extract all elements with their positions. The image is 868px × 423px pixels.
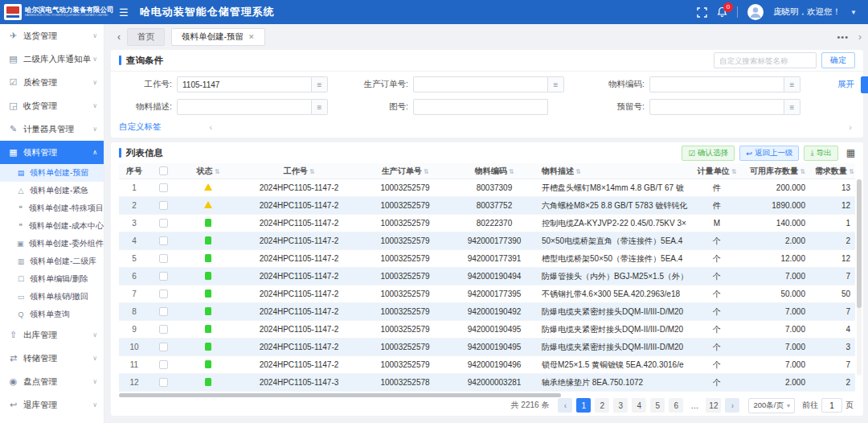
page-number-button[interactable]: 3 bbox=[613, 398, 628, 413]
sort-icon[interactable]: ⇅ bbox=[800, 168, 805, 175]
page-number-button[interactable]: 4 bbox=[632, 398, 646, 413]
page-number-button[interactable]: 12 bbox=[706, 398, 721, 413]
confirm-select-button[interactable]: ☑确认选择 bbox=[682, 146, 735, 161]
next-page-button[interactable]: › bbox=[725, 398, 739, 413]
sort-icon[interactable]: ⇅ bbox=[849, 168, 854, 175]
row-checkbox[interactable] bbox=[159, 290, 168, 298]
filter-icon[interactable]: ≡ bbox=[784, 99, 800, 115]
page-number-button[interactable]: 1 bbox=[576, 398, 591, 413]
row-checkbox[interactable] bbox=[159, 307, 168, 316]
filter-icon[interactable]: ≡ bbox=[548, 76, 564, 92]
table-row[interactable]: 3 2024HPC1105-1147-2 10003252579 8022237… bbox=[119, 215, 855, 232]
sidebar-item[interactable]: ⇧ 出库管理 ∨ bbox=[0, 323, 104, 347]
goto-page-input[interactable] bbox=[821, 398, 842, 413]
sort-icon[interactable]: ⇅ bbox=[309, 168, 315, 175]
sidebar-subitem[interactable]: ☐ 领料单编辑/删除 bbox=[0, 270, 104, 288]
sidebar-item[interactable]: ☑ 质检管理 ∨ bbox=[0, 71, 104, 94]
sidebar-collapse-icon[interactable]: ☰ bbox=[119, 6, 129, 18]
tab-back-icon[interactable]: ‹ bbox=[117, 31, 121, 43]
search-button[interactable]: 查 询 bbox=[861, 76, 868, 93]
tab-close-icon[interactable]: ✕ bbox=[248, 33, 255, 41]
fullscreen-icon[interactable] bbox=[697, 7, 707, 18]
query-field-input[interactable] bbox=[413, 76, 548, 92]
sidebar-item[interactable]: ⇄ 转储管理 ∨ bbox=[0, 347, 104, 370]
table-row[interactable]: 1 2024HPC1105-1147-2 10003252579 8003730… bbox=[119, 179, 855, 197]
custom-tag-link[interactable]: 自定义标签 bbox=[119, 121, 162, 133]
user-menu-caret-icon[interactable]: ▼ bbox=[850, 9, 857, 16]
query-field-input[interactable] bbox=[413, 99, 548, 115]
table-row[interactable]: 4 2024HPC1105-1147-2 10003252579 9420001… bbox=[119, 232, 855, 250]
sidebar-item[interactable]: ◉ 盘点管理 ∨ bbox=[0, 370, 104, 393]
tab-next-icon[interactable]: › bbox=[855, 31, 862, 43]
sort-icon[interactable]: ⇅ bbox=[424, 168, 429, 175]
export-button[interactable]: ⤓导出 bbox=[804, 146, 837, 161]
row-checkbox[interactable] bbox=[159, 343, 168, 351]
row-checkbox[interactable] bbox=[159, 272, 168, 281]
vertical-scrollbar[interactable] bbox=[857, 179, 862, 376]
row-checkbox[interactable] bbox=[159, 325, 168, 334]
custom-tag-search-input[interactable] bbox=[714, 52, 817, 68]
table-row[interactable]: 2 2024HPC1105-1147-2 10003252579 8003775… bbox=[119, 197, 855, 215]
page-tab[interactable]: 首页 bbox=[127, 28, 165, 46]
page-number-button[interactable]: 5 bbox=[650, 398, 665, 413]
row-checkbox[interactable] bbox=[159, 254, 168, 263]
row-checkbox[interactable] bbox=[159, 360, 168, 369]
user-avatar[interactable] bbox=[747, 4, 764, 20]
tags-scroll-right-icon[interactable]: › bbox=[849, 122, 852, 132]
row-checkbox[interactable] bbox=[159, 219, 168, 228]
page-number-button[interactable]: 6 bbox=[669, 398, 683, 413]
filter-icon[interactable]: ≡ bbox=[784, 76, 800, 92]
sidebar-subitem[interactable]: ▥ 领料单创建-二级库 bbox=[0, 253, 104, 270]
expand-link[interactable]: 展开 bbox=[837, 79, 854, 90]
sort-icon[interactable]: ⇅ bbox=[731, 168, 737, 175]
sidebar-subitem[interactable]: ❝ 领料单创建-特殊项目 bbox=[0, 199, 104, 217]
query-field-input[interactable] bbox=[177, 99, 312, 115]
row-checkbox[interactable] bbox=[159, 378, 168, 387]
table-row[interactable]: 8 2024HPC1105-1147-2 10003252579 9420001… bbox=[119, 303, 855, 321]
row-checkbox[interactable] bbox=[159, 236, 168, 245]
sidebar-subitem[interactable]: ▣ 领料单创建-委外组件 bbox=[0, 235, 104, 253]
sidebar-subitem[interactable]: ▭ 领料单核销/撤回 bbox=[0, 288, 104, 306]
sidebar-subitem[interactable]: ❝ 领料单创建-成本中心 bbox=[0, 217, 104, 235]
page-number-button[interactable]: 2 bbox=[595, 398, 609, 413]
table-row[interactable]: 5 2024HPC1105-1147-2 10003252579 9420001… bbox=[119, 250, 855, 268]
query-field-input[interactable] bbox=[177, 76, 312, 92]
notification-bell-icon[interactable]: 0 bbox=[717, 6, 727, 18]
page-number-button[interactable]: … bbox=[687, 398, 702, 413]
table-row[interactable]: 9 2024HPC1105-1147-2 10003252579 9420001… bbox=[119, 321, 855, 339]
select-all-checkbox[interactable] bbox=[159, 166, 168, 175]
table-row[interactable]: 10 2024HPC1105-1147-2 10003252579 942000… bbox=[119, 339, 855, 356]
table-row[interactable]: 12 2024HPC1105-1147-3 10003252578 942000… bbox=[119, 374, 855, 392]
sidebar-item[interactable]: ✈ 送货管理 ∨ bbox=[0, 24, 104, 47]
query-field-input[interactable] bbox=[649, 99, 784, 115]
horizontal-scrollbar[interactable] bbox=[119, 392, 855, 398]
sidebar-subitem[interactable]: △ 领料单创建-紧急 bbox=[0, 182, 104, 199]
row-checkbox[interactable] bbox=[159, 201, 168, 210]
back-level-button[interactable]: ↩返回上一级 bbox=[739, 146, 799, 161]
query-field-input[interactable] bbox=[649, 76, 784, 92]
filter-icon[interactable]: ≡ bbox=[312, 76, 328, 92]
table-row[interactable]: 6 2024HPC1105-1147-2 10003252579 9420001… bbox=[119, 268, 855, 285]
column-settings-icon[interactable]: ▦ bbox=[846, 147, 855, 158]
sort-icon[interactable]: ⇅ bbox=[509, 168, 514, 175]
sidebar-item[interactable]: ▤ 二级库入库通知单 ∨ bbox=[0, 47, 104, 71]
prev-page-button[interactable]: ‹ bbox=[558, 398, 572, 413]
sidebar-item[interactable]: ↩ 退库管理 ∨ bbox=[0, 393, 104, 417]
page-tab[interactable]: 领料单创建-预留 ✕ bbox=[171, 28, 265, 46]
sidebar-subitem[interactable]: Q 领料单查询 bbox=[0, 306, 104, 323]
welcome-text[interactable]: 庞晓明，欢迎您！ bbox=[773, 6, 841, 18]
sidebar-item[interactable]: ✎ 计量器具管理 ∨ bbox=[0, 117, 104, 141]
sidebar-item[interactable]: ▦ 领料管理 ∧ bbox=[0, 141, 104, 164]
tab-more-icon[interactable]: ••• bbox=[837, 32, 849, 42]
sidebar-subitem[interactable]: ▤ 领料单创建-预留 bbox=[0, 164, 104, 182]
table-row[interactable]: 11 2024HPC1105-1147-2 10003252579 942000… bbox=[119, 356, 855, 374]
sidebar-item[interactable]: ◲ 收货管理 ∨ bbox=[0, 94, 104, 117]
sort-icon[interactable]: ⇅ bbox=[575, 168, 581, 175]
filter-icon[interactable]: ≡ bbox=[312, 99, 328, 115]
page-size-select[interactable]: 200条/页▾ bbox=[748, 398, 795, 413]
table-row[interactable]: 7 2024HPC1105-1147-2 10003252579 9420001… bbox=[119, 285, 855, 303]
row-checkbox[interactable] bbox=[159, 183, 168, 192]
tags-scroll-left-icon[interactable]: ‹ bbox=[210, 122, 213, 132]
sort-icon[interactable]: ⇅ bbox=[215, 168, 220, 175]
tag-confirm-button[interactable]: 确定 bbox=[821, 52, 855, 68]
